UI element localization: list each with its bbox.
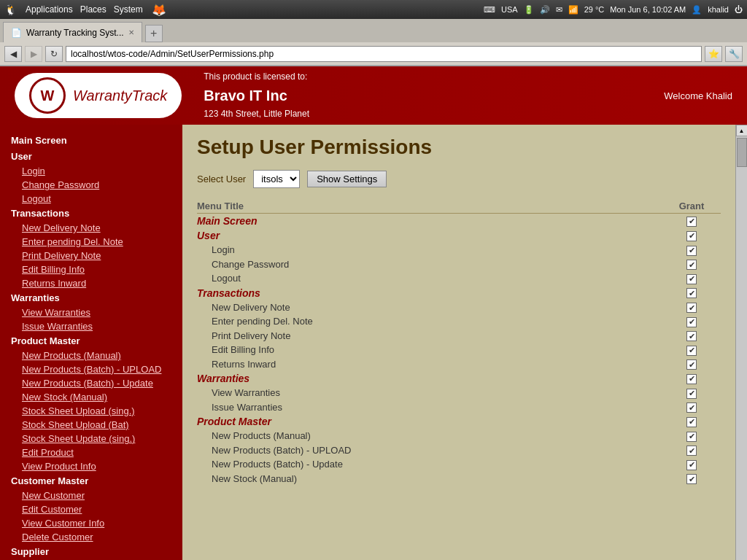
perm-row-warranties: Warranties ✔ (197, 371, 721, 386)
perm-checkbox[interactable]: ✔ (686, 303, 697, 313)
logo-text: WarrantyTrack (73, 88, 167, 104)
sidebar-item-edit-customer[interactable]: Edit Customer (0, 502, 182, 516)
sidebar-item-new-delivery-note[interactable]: New Delivery Note (0, 221, 182, 235)
sidebar-item-logout[interactable]: Logout (0, 192, 182, 206)
sidebar: Main Screen User Login Change Password L… (0, 125, 182, 560)
sidebar-item-edit-product[interactable]: Edit Product (0, 446, 182, 459)
perm-checkbox[interactable]: ✔ (686, 260, 697, 270)
perm-checkbox[interactable]: ✔ (686, 389, 697, 399)
perm-checkbox[interactable]: ✔ (686, 460, 697, 470)
sidebar-item-returns-inward[interactable]: Returns Inward (0, 276, 182, 290)
perm-label: View Warranties (197, 387, 662, 398)
sidebar-item-change-password[interactable]: Change Password (0, 178, 182, 192)
select-user-row: Select User itsols Show Settings (197, 170, 721, 188)
sidebar-item-enter-pending[interactable]: Enter pending Del. Note (0, 235, 182, 249)
perm-checkbox[interactable]: ✔ (686, 446, 697, 456)
address-bar[interactable]: localhost/wtos-code/Admin/SetUserPermiss… (66, 46, 702, 62)
tab-close-button[interactable]: ✕ (128, 28, 134, 36)
licensed-label: This product is licensed to: (204, 70, 309, 84)
perm-checkbox[interactable]: ✔ (686, 317, 697, 327)
perm-row-change-password: Change Password ✔ (197, 257, 721, 272)
tools-button[interactable]: 🔧 (725, 46, 743, 62)
content-with-scroll: Setup User Permissions Select User itsol… (182, 125, 747, 560)
sidebar-item-login[interactable]: Login (0, 164, 182, 178)
perm-checkbox[interactable]: ✔ (686, 274, 697, 284)
sidebar-item-stock-sheet-upload-sing[interactable]: Stock Sheet Upload (sing.) (0, 404, 182, 418)
perm-checkbox[interactable]: ✔ (686, 374, 697, 384)
page-wrapper: W WarrantyTrack This product is licensed… (0, 66, 747, 560)
tab-title: Warranty Tracking Syst... (26, 28, 124, 38)
sidebar-item-new-products-batch-update[interactable]: New Products (Batch) - Update (0, 376, 182, 390)
sidebar-item-view-product-info[interactable]: View Product Info (0, 459, 182, 473)
back-button[interactable]: ◀ (4, 46, 22, 62)
logo-area: W WarrantyTrack (15, 73, 182, 118)
perm-checkbox[interactable]: ✔ (686, 331, 697, 341)
perm-checkbox[interactable]: ✔ (686, 246, 697, 256)
perm-label: Logout (197, 273, 662, 284)
perm-row-user: User ✔ (197, 228, 721, 243)
scroll-up-button[interactable]: ▲ (736, 125, 748, 136)
perm-label: New Products (Manual) (197, 430, 662, 441)
perm-label: New Delivery Note (197, 302, 662, 313)
perm-label: Enter pending Del. Note (197, 316, 662, 327)
active-tab[interactable]: 📄 Warranty Tracking Syst... ✕ (3, 22, 142, 42)
sidebar-item-delete-customer[interactable]: Delete Customer (0, 530, 182, 544)
sidebar-item-edit-billing[interactable]: Edit Billing Info (0, 262, 182, 276)
sidebar-section-transactions: Transactions (0, 206, 182, 221)
perm-label: New Products (Batch) - UPLOAD (197, 445, 662, 456)
sidebar-item-main-screen[interactable]: Main Screen (0, 132, 182, 149)
sidebar-item-print-delivery[interactable]: Print Delivery Note (0, 249, 182, 262)
perm-checkbox[interactable]: ✔ (686, 474, 697, 484)
show-settings-button[interactable]: Show Settings (307, 171, 387, 187)
perm-checkbox[interactable]: ✔ (686, 432, 697, 442)
perm-row-view-warranties: View Warranties ✔ (197, 386, 721, 400)
perm-row-transactions: Transactions ✔ (197, 286, 721, 300)
sidebar-item-stock-sheet-update-sing[interactable]: Stock Sheet Update (sing.) (0, 432, 182, 446)
perm-row-new-products-batch-upload: New Products (Batch) - UPLOAD ✔ (197, 443, 721, 458)
logo-icon: W (29, 77, 66, 114)
perm-checkbox[interactable]: ✔ (686, 217, 697, 227)
sidebar-item-new-customer[interactable]: New Customer (0, 489, 182, 502)
perm-checkbox[interactable]: ✔ (686, 231, 697, 241)
sidebar-item-new-stock-manual[interactable]: New Stock (Manual) (0, 390, 182, 404)
perm-row-issue-warranties: Issue Warranties ✔ (197, 400, 721, 415)
perm-checkbox[interactable]: ✔ (686, 288, 697, 298)
sidebar-item-new-products-manual[interactable]: New Products (Manual) (0, 349, 182, 362)
perm-row-login: Login ✔ (197, 243, 721, 257)
page-icon: 📄 (11, 28, 22, 38)
scroll-thumb[interactable] (737, 138, 747, 167)
perm-label: Main Screen (197, 215, 662, 227)
header-info: This product is licensed to: Bravo IT In… (204, 70, 309, 121)
company-address: 123 4th Street, Little Planet (204, 107, 309, 121)
perm-row-main-screen: Main Screen ✔ (197, 214, 721, 228)
forward-button[interactable]: ▶ (25, 46, 42, 62)
perm-row-new-stock-manual: New Stock (Manual) ✔ (197, 472, 721, 486)
perm-checkbox[interactable]: ✔ (686, 359, 697, 370)
applications-menu[interactable]: Applications (26, 4, 73, 15)
nav-bar: ◀ ▶ ↻ localhost/wtos-code/Admin/SetUserP… (0, 42, 747, 66)
scrollbar[interactable]: ▲ ▼ (735, 125, 747, 560)
perm-label: Change Password (197, 259, 662, 270)
refresh-button[interactable]: ↻ (45, 46, 63, 62)
perm-row-returns-inward: Returns Inward ✔ (197, 357, 721, 372)
perm-checkbox[interactable]: ✔ (686, 346, 697, 356)
keyboard-icon: ⌨ (484, 5, 495, 15)
temperature-label: 29 °C (584, 5, 605, 14)
content-area: Setup User Permissions Select User itsol… (182, 125, 735, 560)
power-icon[interactable]: ⏻ (735, 5, 743, 14)
user-dropdown[interactable]: itsols (253, 170, 300, 188)
sidebar-item-view-warranties[interactable]: View Warranties (0, 306, 182, 319)
perm-row-product-master: Product Master ✔ (197, 414, 721, 429)
volume-icon: 🔊 (540, 5, 550, 15)
perm-checkbox[interactable]: ✔ (686, 417, 697, 427)
sidebar-item-stock-sheet-upload-bat[interactable]: Stock Sheet Upload (Bat) (0, 418, 182, 432)
sidebar-item-view-customer-info[interactable]: View Customer Info (0, 516, 182, 530)
places-menu[interactable]: Places (80, 4, 107, 15)
system-menu[interactable]: System (114, 4, 143, 15)
perm-checkbox[interactable]: ✔ (686, 402, 697, 413)
bookmark-button[interactable]: ⭐ (705, 46, 722, 62)
perm-label: User (197, 230, 662, 241)
new-tab-button[interactable]: + (145, 25, 163, 42)
sidebar-item-new-products-batch-upload[interactable]: New Products (Batch) - UPLOAD (0, 362, 182, 376)
sidebar-item-issue-warranties[interactable]: Issue Warranties (0, 319, 182, 333)
